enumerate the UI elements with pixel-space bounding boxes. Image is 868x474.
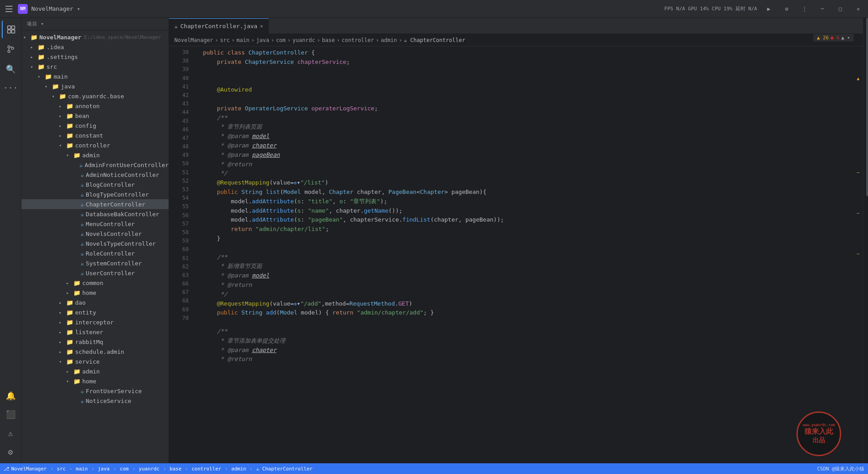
status-bar: ⎇ NovelManager › src › main › java › com… bbox=[0, 463, 868, 474]
activity-terminal-icon[interactable]: ⬛ bbox=[2, 405, 20, 423]
tree-dao[interactable]: ▸ 📁 dao bbox=[21, 298, 169, 307]
title-bar-left: NM NovelManager ▾ bbox=[4, 4, 80, 14]
watermark-product: 出品 bbox=[813, 436, 825, 445]
tab-close-button[interactable]: ✕ bbox=[260, 23, 263, 29]
tab-chaptercontroller[interactable]: ☕ ChapterController.java ✕ bbox=[169, 18, 269, 34]
tree-idea[interactable]: ▸ 📁 .idea bbox=[21, 42, 169, 52]
tree-noticeservice[interactable]: ☕ NoticeService bbox=[21, 396, 169, 406]
tree-role[interactable]: ☕ RoleController bbox=[21, 248, 169, 258]
breadcrumb-current: ☕ ChapterController bbox=[404, 37, 465, 43]
tree-common[interactable]: ▸ 📁 common bbox=[21, 278, 169, 288]
watermark-url: www.yuanrdc.com bbox=[803, 423, 835, 427]
activity-notifications-icon[interactable]: 🔔 bbox=[2, 386, 20, 404]
tree-admin-folder[interactable]: ▾ 📁 admin bbox=[21, 150, 169, 160]
tree-menu[interactable]: ☕ MenuController bbox=[21, 219, 169, 229]
minimize-button[interactable]: ─ bbox=[816, 3, 829, 15]
tree-listener[interactable]: ▸ 📁 listener bbox=[21, 327, 169, 337]
sidebar-header: 项目 ▾ bbox=[21, 18, 169, 30]
tree-system[interactable]: ☕ SystemController bbox=[21, 258, 169, 268]
activity-search-icon[interactable]: 🔍 bbox=[2, 60, 20, 78]
code-content[interactable]: public class ChapterController { private… bbox=[192, 46, 854, 463]
warning-indicator: ▲ bbox=[857, 76, 860, 81]
activity-vcs-icon[interactable] bbox=[2, 40, 20, 58]
tree-chapter[interactable]: ☕ ChapterController bbox=[21, 199, 169, 209]
menu-button[interactable] bbox=[4, 4, 14, 14]
activity-dots-icon[interactable]: ··· bbox=[2, 79, 20, 96]
status-right: CSDN @猿来入此小猿 bbox=[817, 466, 864, 472]
app-menu-arrow[interactable]: ▾ bbox=[77, 6, 80, 12]
watermark-name: 猿来入此 bbox=[804, 427, 833, 436]
svg-point-6 bbox=[11, 47, 13, 50]
tree-root[interactable]: ▾ 📁 NovelManager E:/idea_space/NovelMana… bbox=[21, 32, 169, 42]
code-editor: 30 38 39 40 41 42 43 44 45 46 47 48 49 5… bbox=[169, 46, 863, 463]
warning-indicator2: ─ bbox=[857, 170, 860, 175]
breadcrumb: NovelManager › src › main › java › com ›… bbox=[169, 34, 863, 46]
tree-novelstype[interactable]: ☕ NovelsTypeController bbox=[21, 239, 169, 248]
maximize-button[interactable]: □ bbox=[834, 3, 847, 15]
tree-annoton[interactable]: ▸ 📁 annoton bbox=[21, 101, 169, 111]
tree-user[interactable]: ☕ UserController bbox=[21, 268, 169, 278]
run-button[interactable]: ▶ bbox=[762, 3, 775, 15]
tree-src[interactable]: ▾ 📁 src bbox=[21, 62, 169, 71]
tree-bean[interactable]: ▸ 📁 bean bbox=[21, 111, 169, 121]
tree-service-home[interactable]: ▾ 📁 home bbox=[21, 376, 169, 386]
tree-constant[interactable]: ▸ 📁 constant bbox=[21, 130, 169, 140]
tree-config[interactable]: ▸ 📁 config bbox=[21, 121, 169, 130]
activity-error-icon[interactable]: ⚠ bbox=[2, 424, 20, 442]
watermark-circle: www.yuanrdc.com 猿来入此 出品 bbox=[796, 411, 841, 456]
warning-indicator3: ─ bbox=[857, 211, 860, 216]
warning-indicator4: ─ bbox=[857, 252, 860, 256]
tree-adminfrontuser[interactable]: ☕ AdminFrontUserController bbox=[21, 160, 169, 170]
tree-dbbak[interactable]: ☕ DatabaseBakController bbox=[21, 209, 169, 219]
perf-info: FPS N/A GPU 14% CPU 19% 延时 N/A bbox=[665, 5, 757, 12]
editor-area: ☕ ChapterController.java ✕ NovelManager … bbox=[169, 18, 863, 463]
tree-settings[interactable]: ▸ 📁 .settings bbox=[21, 52, 169, 62]
tree-adminnotice[interactable]: ☕ AdminNoticeController bbox=[21, 170, 169, 180]
app-name: NovelManager bbox=[31, 5, 73, 12]
svg-point-4 bbox=[8, 46, 10, 48]
tree-controller[interactable]: ▾ 📁 controller bbox=[21, 140, 169, 150]
scrollbar-thumb bbox=[866, 18, 868, 196]
line-numbers: 30 38 39 40 41 42 43 44 45 46 47 48 49 5… bbox=[169, 46, 192, 463]
watermark: www.yuanrdc.com 猿来入此 出品 bbox=[796, 411, 841, 456]
title-bar: NM NovelManager ▾ FPS N/A GPU 14% CPU 19… bbox=[0, 0, 868, 18]
minimap[interactable] bbox=[863, 18, 868, 463]
activity-bottom: 🔔 ⬛ ⚠ ⚙ bbox=[2, 386, 20, 461]
status-csdn: CSDN @猿来入此小猿 bbox=[817, 466, 864, 472]
root-path: E:/idea_space/NovelManager bbox=[84, 34, 161, 40]
svg-point-5 bbox=[8, 50, 10, 53]
tree-blog[interactable]: ☕ BlogController bbox=[21, 180, 169, 189]
sidebar: 项目 ▾ ▾ 📁 NovelManager E:/idea_space/Nove… bbox=[21, 18, 169, 463]
svg-rect-2 bbox=[8, 30, 11, 33]
sidebar-tree[interactable]: ▾ 📁 NovelManager E:/idea_space/NovelMana… bbox=[21, 30, 169, 463]
tree-schedule[interactable]: ▸ 📁 schedule.admin bbox=[21, 347, 169, 357]
tree-rabbitmq[interactable]: ▸ 📁 rabbitMq bbox=[21, 337, 169, 347]
activity-project-icon[interactable] bbox=[2, 21, 20, 38]
status-git[interactable]: ⎇ NovelManager bbox=[4, 466, 47, 472]
tree-novels[interactable]: ☕ NovelsController bbox=[21, 229, 169, 239]
tree-entity[interactable]: ▸ 📁 entity bbox=[21, 307, 169, 317]
tree-package[interactable]: ▾ 📁 com.yuanrdc.base bbox=[21, 91, 169, 101]
more-button[interactable]: ⋮ bbox=[798, 3, 811, 15]
tab-bar: ☕ ChapterController.java ✕ bbox=[169, 18, 863, 34]
tree-frontuserservice[interactable]: ☕ FrontUserService bbox=[21, 386, 169, 396]
right-gutter: ▲ ─ ─ ─ bbox=[854, 46, 863, 463]
tree-home-ctrl[interactable]: ▸ 📁 home bbox=[21, 288, 169, 298]
tree-service-admin[interactable]: ▸ 📁 admin bbox=[21, 366, 169, 376]
sidebar-title: 项目 ▾ bbox=[27, 21, 44, 27]
settings-button[interactable]: ⚙ bbox=[780, 3, 793, 15]
activity-settings-icon[interactable]: ⚙ bbox=[2, 443, 20, 461]
tree-main[interactable]: ▾ 📁 main bbox=[21, 71, 169, 81]
arrow: ▾ bbox=[23, 35, 30, 40]
svg-rect-1 bbox=[12, 26, 15, 29]
folder-icon: 📁 bbox=[30, 34, 38, 41]
tree-java[interactable]: ▾ 📁 java bbox=[21, 81, 169, 91]
activity-bar: 🔍 ··· 🔔 ⬛ ⚠ ⚙ bbox=[0, 18, 21, 463]
title-bar-right: FPS N/A GPU 14% CPU 19% 延时 N/A ▶ ⚙ ⋮ ─ □… bbox=[665, 3, 864, 15]
tab-label: ChapterController.java bbox=[180, 23, 257, 29]
close-button[interactable]: ✕ bbox=[852, 3, 864, 15]
tree-interceptor[interactable]: ▸ 📁 interceptor bbox=[21, 317, 169, 327]
svg-rect-0 bbox=[8, 26, 11, 29]
tree-service[interactable]: ▾ 📁 service bbox=[21, 357, 169, 366]
tree-blogtype[interactable]: ☕ BlogTypeController bbox=[21, 189, 169, 199]
